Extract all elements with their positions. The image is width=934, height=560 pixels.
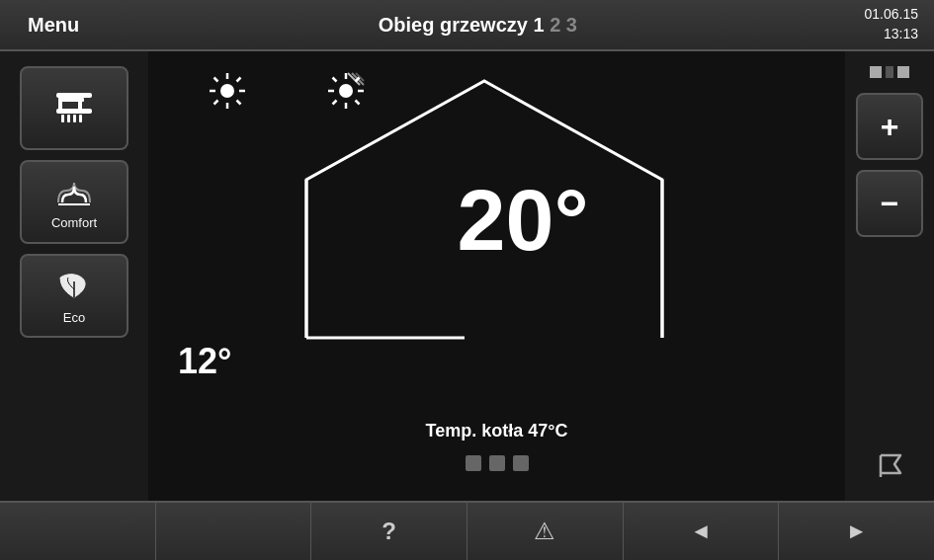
hot-water-button[interactable]: [20, 66, 128, 150]
status-indicator: [870, 66, 909, 78]
dot-1: [466, 455, 481, 471]
svg-rect-4: [56, 109, 92, 114]
footer: ? ⚠ ◄ ►: [0, 501, 934, 560]
comfort-button[interactable]: Comfort: [20, 160, 128, 244]
eco-label: Eco: [63, 310, 85, 325]
plus-icon: +: [881, 109, 899, 145]
svg-rect-6: [67, 115, 70, 122]
svg-rect-7: [73, 115, 76, 122]
svg-line-19: [214, 101, 218, 105]
circuit-1[interactable]: 1: [533, 14, 544, 36]
status-bar-2: [886, 66, 893, 78]
menu-button[interactable]: Menu: [16, 8, 91, 42]
status-bar-1: [870, 66, 882, 78]
forward-button[interactable]: ►: [779, 503, 934, 560]
status-bar-3: [897, 66, 909, 78]
datetime-display: 01.06.15 13:13: [865, 5, 919, 43]
outdoor-temperature: 12°: [178, 341, 231, 382]
header: Menu Obieg grzewczy 1 2 3 01.06.15 13:13: [0, 0, 934, 51]
date-display: 01.06.15: [865, 5, 919, 25]
back-icon: ◄: [690, 519, 712, 544]
boiler-temperature: Temp. kotła 47°C: [426, 421, 568, 441]
center-area: 12° 20° Temp. kotła 47°C: [148, 51, 845, 501]
footer-empty-1: [0, 503, 156, 560]
increase-button[interactable]: +: [856, 93, 923, 160]
main-area: Comfort Eco: [0, 51, 934, 501]
dot-2: [489, 455, 505, 471]
page-indicators: [466, 455, 529, 471]
minus-icon: −: [881, 186, 899, 222]
circuit-2[interactable]: 2: [550, 14, 560, 36]
decrease-button[interactable]: −: [856, 170, 923, 237]
indoor-temperature: 20°: [458, 170, 589, 271]
warning-icon: ⚠: [534, 518, 555, 545]
svg-line-16: [214, 78, 218, 82]
eco-button[interactable]: Eco: [20, 254, 128, 338]
page-title: Obieg grzewczy 1 2 3: [91, 14, 864, 37]
left-panel: Comfort Eco: [0, 51, 148, 501]
circuit-3[interactable]: 3: [566, 14, 577, 36]
hot-water-icon: [50, 87, 98, 129]
dot-3: [513, 455, 529, 471]
right-panel: + −: [845, 51, 934, 501]
svg-rect-0: [56, 93, 92, 98]
time-display: 13:13: [865, 25, 919, 44]
forward-icon: ►: [846, 519, 868, 544]
title-text: Obieg grzewczy: [379, 14, 534, 36]
bookmark-icon[interactable]: [875, 451, 904, 486]
svg-rect-5: [61, 115, 64, 122]
comfort-label: Comfort: [51, 215, 97, 230]
help-icon: ?: [382, 518, 396, 545]
warning-button[interactable]: ⚠: [467, 503, 624, 560]
footer-empty-2: [156, 503, 312, 560]
help-button[interactable]: ?: [311, 503, 467, 560]
eco-icon: [56, 268, 92, 306]
svg-rect-8: [79, 115, 82, 122]
comfort-icon: [54, 175, 94, 211]
back-button[interactable]: ◄: [624, 503, 780, 560]
